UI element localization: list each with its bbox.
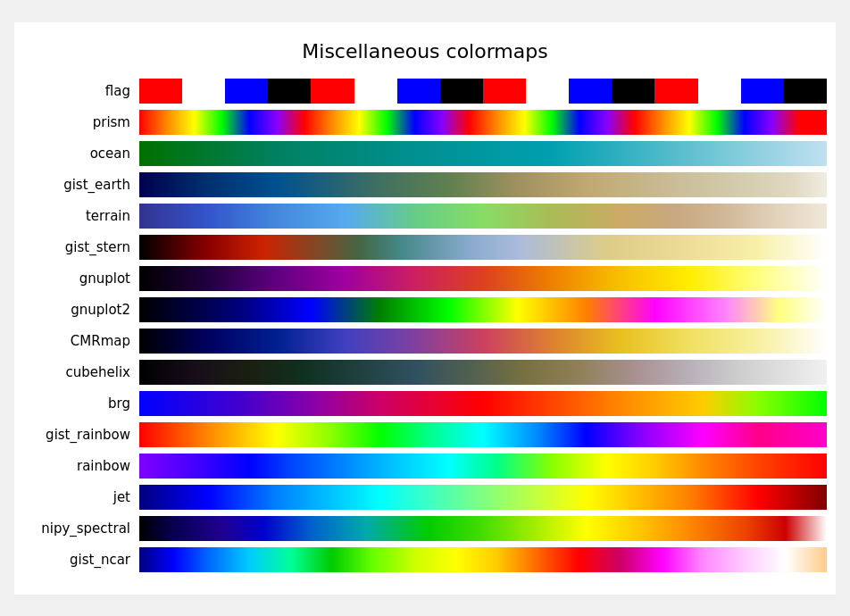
colormap-bar-gnuplot [139,266,827,291]
colormap-label-jet: jet [23,489,139,505]
colormap-row-gist_ncar: gist_ncar [23,545,827,574]
colormap-bar-prism [139,110,827,135]
colormap-row-CMRmap: CMRmap [23,327,827,355]
colormap-row-gist_rainbow: gist_rainbow [23,420,827,449]
colormap-label-brg: brg [23,395,139,412]
colormap-bar-gist_stern [139,235,827,260]
colormap-bar-nipy_spectral [139,516,827,541]
colormap-bar-ocean [139,141,827,166]
chart-title: Miscellaneous colormaps [23,40,827,62]
colormap-label-gnuplot2: gnuplot2 [23,302,139,318]
colormap-label-rainbow: rainbow [23,458,139,474]
colormap-row-gnuplot2: gnuplot2 [23,296,827,324]
colormap-row-gist_earth: gist_earth [23,171,827,199]
colormap-label-gist_rainbow: gist_rainbow [23,427,139,443]
colormap-row-gist_stern: gist_stern [23,233,827,262]
colormap-bar-CMRmap [139,329,827,354]
colormap-row-flag: flag [23,77,827,105]
colormap-label-gist_ncar: gist_ncar [23,552,139,568]
colormap-label-gnuplot: gnuplot [23,271,139,287]
colormap-label-prism: prism [23,114,139,130]
colormap-bar-gist_earth [139,172,827,197]
colormap-label-gist_stern: gist_stern [23,239,139,255]
chart-container: Miscellaneous colormaps flagprismoceangi… [14,22,836,595]
colormap-bar-rainbow [139,454,827,479]
colormap-bar-cubehelix [139,360,827,385]
colormap-row-prism: prism [23,108,827,137]
colormap-row-gnuplot: gnuplot [23,264,827,293]
colormap-row-brg: brg [23,389,827,418]
colormap-row-nipy_spectral: nipy_spectral [23,514,827,543]
colormap-bar-terrain [139,204,827,229]
colormap-bar-jet [139,485,827,510]
colormap-bar-gnuplot2 [139,297,827,322]
colormap-list: flagprismoceangist_earthterraingist_ster… [23,77,827,574]
colormap-label-ocean: ocean [23,146,139,162]
colormap-bar-gist_ncar [139,547,827,572]
colormap-label-terrain: terrain [23,208,139,224]
colormap-label-nipy_spectral: nipy_spectral [23,520,139,537]
colormap-row-rainbow: rainbow [23,452,827,480]
colormap-label-CMRmap: CMRmap [23,333,139,349]
colormap-label-gist_earth: gist_earth [23,177,139,193]
colormap-row-jet: jet [23,483,827,512]
colormap-bar-flag [139,79,827,104]
colormap-row-ocean: ocean [23,139,827,168]
colormap-bar-gist_rainbow [139,422,827,447]
colormap-label-cubehelix: cubehelix [23,364,139,380]
colormap-label-flag: flag [23,83,139,99]
colormap-row-cubehelix: cubehelix [23,358,827,387]
colormap-row-terrain: terrain [23,202,827,230]
colormap-bar-brg [139,391,827,416]
